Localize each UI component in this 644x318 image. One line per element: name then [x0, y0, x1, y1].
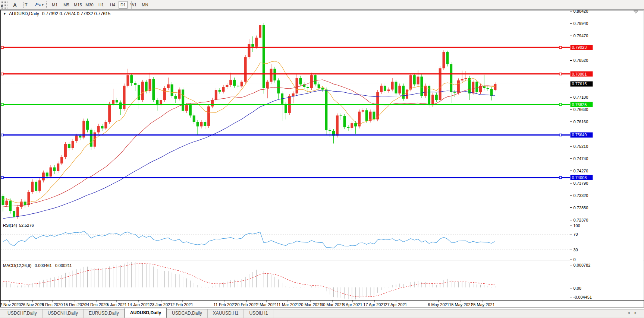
timeframe-button-m1[interactable]: M1 — [49, 1, 60, 9]
toolbar: F A T ↗↘▼ M1M5M15M30H1H4D1W1MN — [0, 0, 644, 10]
candle-body — [13, 211, 15, 217]
time-label: 5 Dec 2020 — [42, 302, 63, 307]
candle-body — [86, 121, 89, 130]
price-tick-label: 0.77100 — [574, 95, 588, 99]
timeframe-group: M1M5M15M30H1H4D1W1MN — [49, 1, 151, 9]
line-handle-left[interactable] — [1, 104, 3, 106]
text-label-tool-button[interactable]: T — [22, 1, 30, 9]
line-handle-right[interactable] — [559, 177, 562, 179]
candle-body — [229, 80, 232, 85]
candle-body — [222, 87, 225, 92]
macd-axis-label: 0.008782 — [574, 263, 591, 267]
candle-body — [38, 180, 41, 191]
candle-body — [340, 115, 342, 116]
symbol-dropdown-icon[interactable]: ▼ — [3, 12, 6, 16]
candle-body — [112, 100, 114, 104]
time-label: 20 Mar 2021 — [299, 302, 322, 307]
price-line-label-0.79023: 0.79023 — [572, 45, 587, 50]
price-tick-label: 0.73790 — [574, 181, 588, 185]
line-handle-left[interactable] — [1, 134, 3, 136]
timeframe-button-m30[interactable]: M30 — [84, 1, 95, 9]
line-handle-left[interactable] — [1, 46, 3, 48]
candle-body — [130, 75, 133, 83]
candle-body — [50, 168, 52, 177]
tab-usdcad[interactable]: USDCAD,Daily — [167, 309, 208, 318]
time-label: 26 Nov 2020 — [21, 302, 44, 307]
candle-body — [255, 38, 258, 47]
price-axis-strip[interactable] — [570, 10, 644, 300]
timeframe-button-h4[interactable]: H4 — [107, 1, 118, 9]
candle-body — [9, 201, 12, 211]
candle-body — [365, 110, 368, 121]
candle-body — [402, 86, 405, 99]
tab-xauusd[interactable]: XAUUSD,H1 — [208, 309, 244, 318]
tab-scroll-right-icon[interactable]: ► — [634, 311, 641, 315]
candle-body — [373, 112, 375, 120]
timeframe-button-m5[interactable]: M5 — [61, 1, 72, 9]
timeframe-button-h1[interactable]: H1 — [95, 1, 107, 9]
macd-axis-label: -0.004451 — [574, 295, 592, 299]
candle-body — [145, 82, 148, 91]
candle-body — [241, 82, 243, 87]
time-label: 17 Nov 2020 — [0, 302, 21, 307]
candle-body — [204, 122, 206, 126]
tab-audusd[interactable]: AUDUSD,Daily — [125, 308, 167, 318]
candle-body — [259, 25, 261, 38]
timeframe-button-d1[interactable]: D1 — [119, 1, 128, 9]
candle-body — [395, 82, 397, 93]
macd-main-value: -0.000461 — [33, 263, 52, 268]
timeframe-button-w1[interactable]: W1 — [128, 1, 139, 9]
price-tick-label: 0.79470 — [574, 34, 588, 38]
candle-body — [75, 136, 78, 141]
candle-body — [57, 163, 59, 171]
tab-eurusd[interactable]: EURUSD,Daily — [84, 309, 125, 318]
macd-name: MACD(12,26,9) — [3, 263, 31, 268]
candle-body — [31, 182, 34, 192]
toolbar-drag-handle[interactable] — [46, 1, 48, 8]
mt4-window: F A T ↗↘▼ M1M5M15M30H1H4D1W1MN 0.804200.… — [0, 0, 644, 318]
time-label: 11 Mar 2021 — [277, 302, 299, 307]
chevron-down-icon: ▼ — [41, 3, 44, 7]
time-label: 24 Dec 2020 — [85, 302, 108, 307]
line-handle-right[interactable] — [559, 46, 562, 48]
candle-body — [193, 115, 195, 122]
line-handle-right[interactable] — [559, 73, 562, 75]
candle-body — [277, 80, 280, 93]
current-price-label: 0.77615 — [572, 82, 587, 86]
candle-body — [296, 78, 298, 93]
candle-body — [79, 136, 81, 138]
candle-body — [197, 122, 199, 127]
price-tick-label: 0.74270 — [574, 169, 588, 173]
tab-usoil[interactable]: USOil,H1 — [244, 309, 273, 318]
fibonacci-tool-icon[interactable]: F — [0, 1, 8, 9]
arrows-tool-button[interactable]: ↗↘▼ — [34, 1, 45, 9]
candle-body — [237, 86, 239, 86]
candle-body — [2, 196, 4, 205]
line-handle-left[interactable] — [1, 73, 3, 75]
text-tool-button[interactable]: A — [11, 1, 19, 9]
macd-axis-label: 0.00 — [574, 286, 581, 290]
macd-signal-value: -0.000211 — [54, 263, 72, 268]
timeframe-button-mn[interactable]: MN — [139, 1, 151, 9]
candle-body — [178, 89, 180, 98]
toolbar-separator — [131, 1, 132, 9]
line-handle-left[interactable] — [1, 177, 3, 179]
tab-usdcnh[interactable]: USDCNH,Daily — [43, 309, 84, 318]
timeframe-button-m15[interactable]: M15 — [72, 1, 84, 9]
line-handle-right[interactable] — [559, 134, 562, 136]
tab-usdchf[interactable]: USDCHF,Daily — [2, 309, 43, 318]
candle-body — [380, 86, 383, 92]
tab-scroll-left-icon[interactable]: ◄ — [627, 311, 634, 315]
time-label: 27 Apr 2021 — [385, 302, 407, 307]
line-handle-right[interactable] — [559, 104, 562, 106]
time-label: 25 May 2021 — [471, 302, 495, 307]
candle-body — [126, 75, 129, 86]
candle-body — [60, 157, 63, 163]
candle-body — [46, 172, 48, 176]
candle-body — [413, 75, 416, 84]
candle-body — [53, 168, 56, 171]
candle-body — [435, 95, 438, 100]
time-label: 11 Feb 2021 — [214, 302, 236, 307]
time-label: 6 May 2021 — [428, 302, 449, 307]
price-line-label-0.78001: 0.78001 — [572, 72, 587, 76]
